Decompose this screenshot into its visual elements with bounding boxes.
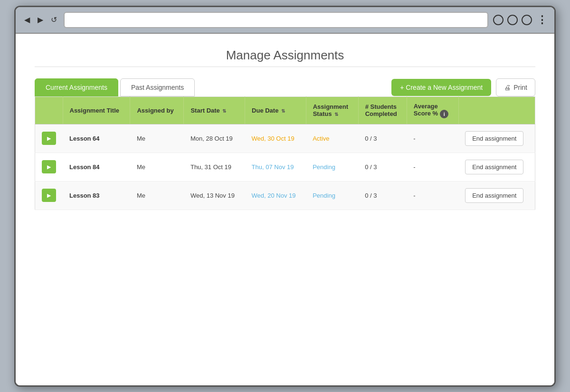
status-value: Pending [313,163,335,171]
status-value: Active [313,135,329,142]
due-date-value: Wed, 20 Nov 19 [252,192,296,199]
col-due-date: Due Date ⇅ [245,96,306,124]
play-button-1[interactable] [42,132,56,145]
refresh-button[interactable]: ↺ [49,14,59,25]
tabs: Current Assignments Past Assignments [35,78,195,96]
window-btn-3[interactable] [522,15,532,25]
students-cell: 0 / 3 [358,153,407,181]
status-cell: Active [306,124,358,153]
tab-current-assignments[interactable]: Current Assignments [35,78,118,96]
window-btn-2[interactable] [507,15,518,25]
start-date-cell: Wed, 13 Nov 19 [184,181,245,210]
score-cell: - [407,153,458,181]
score-cell: - [407,181,458,210]
page-title: Manage Assignments [35,48,535,63]
status-cell: Pending [306,153,358,181]
play-button-2[interactable] [42,160,56,173]
window-btn-1[interactable] [493,15,504,25]
assigned-by-cell: Me [130,181,184,210]
title-divider [35,67,535,67]
table-header: Assignment Title Assigned by Start Date … [35,96,535,124]
col-status: AssignmentStatus ⇅ [306,96,358,124]
action-cell: End assignment [458,181,535,210]
window-controls [493,15,532,25]
page-container: Manage Assignments Current Assignments P… [16,34,554,224]
assignments-table: Assignment Title Assigned by Start Date … [35,96,535,210]
col-assigned-by: Assigned by [130,96,184,124]
forward-button[interactable]: ▶ [36,14,45,25]
assignment-title: Lesson 64 [69,135,100,142]
title-cell: Lesson 84 [63,153,130,181]
end-assignment-button-1[interactable]: End assignment [465,131,523,146]
action-cell: End assignment [458,124,535,153]
table-row: Lesson 84 Me Thu, 31 Oct 19 Thu, 07 Nov … [35,153,535,181]
students-cell: 0 / 3 [358,181,407,210]
due-date-cell: Wed, 20 Nov 19 [245,181,306,210]
score-cell: - [407,124,458,153]
col-students: # StudentsCompleted [358,96,407,124]
tabs-and-actions: Current Assignments Past Assignments + C… [35,78,535,96]
browser-content: Manage Assignments Current Assignments P… [16,34,554,385]
play-cell [35,181,63,210]
actions-row: + Create a New Assignment 🖨 Print [391,78,535,96]
col-action [458,96,535,124]
assignment-title: Lesson 83 [69,192,100,199]
table-body: Lesson 64 Me Mon, 28 Oct 19 Wed, 30 Oct … [35,124,535,210]
browser-controls: ◀ ▶ ↺ [22,14,59,25]
due-date-value: Thu, 07 Nov 19 [252,163,294,171]
end-assignment-button-2[interactable]: End assignment [465,160,523,174]
due-date-cell: Thu, 07 Nov 19 [245,153,306,181]
browser-chrome: ◀ ▶ ↺ ⋮ [16,7,554,34]
create-assignment-button[interactable]: + Create a New Assignment [391,79,491,96]
play-icon [47,192,51,199]
col-start-date: Start Date ⇅ [184,96,245,124]
address-bar[interactable] [64,12,488,28]
assignment-title: Lesson 84 [69,163,100,171]
browser-window: ◀ ▶ ↺ ⋮ Manage Assignments Current Assig… [14,6,556,387]
sort-due-icon: ⇅ [281,108,285,114]
title-cell: Lesson 83 [63,181,130,210]
play-icon [47,135,51,142]
play-cell [35,153,63,181]
col-title: Assignment Title [63,96,130,124]
tab-past-assignments[interactable]: Past Assignments [120,78,195,96]
start-date-cell: Mon, 28 Oct 19 [184,124,245,153]
menu-button[interactable]: ⋮ [537,14,548,26]
title-cell: Lesson 64 [63,124,130,153]
due-date-cell: Wed, 30 Oct 19 [245,124,306,153]
students-cell: 0 / 3 [358,124,407,153]
col-score: AverageScore %i [407,96,458,124]
sort-status-icon: ⇅ [334,112,338,117]
table-row: Lesson 83 Me Wed, 13 Nov 19 Wed, 20 Nov … [35,181,535,210]
play-button-3[interactable] [42,189,56,202]
info-icon: i [440,110,448,118]
col-play [35,96,63,124]
start-date-cell: Thu, 31 Oct 19 [184,153,245,181]
sort-start-icon: ⇅ [222,108,226,114]
play-icon [47,163,51,170]
status-cell: Pending [306,181,358,210]
printer-icon: 🖨 [504,84,511,91]
end-assignment-button-3[interactable]: End assignment [465,188,523,203]
print-button[interactable]: 🖨 Print [496,78,535,96]
assigned-by-cell: Me [130,124,184,153]
due-date-value: Wed, 30 Oct 19 [252,135,294,142]
back-button[interactable]: ◀ [22,14,32,25]
action-cell: End assignment [458,153,535,181]
assigned-by-cell: Me [130,153,184,181]
status-value: Pending [313,192,335,199]
table-row: Lesson 64 Me Mon, 28 Oct 19 Wed, 30 Oct … [35,124,535,153]
play-cell [35,124,63,153]
